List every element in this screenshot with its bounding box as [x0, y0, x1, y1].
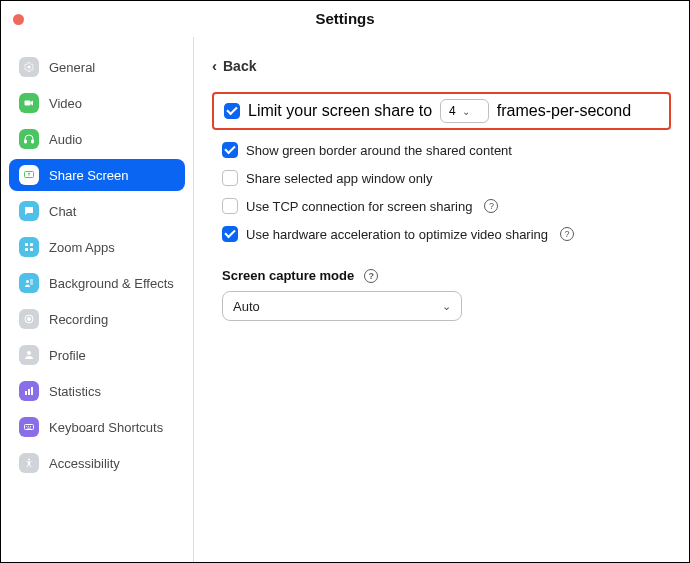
svg-point-11	[27, 317, 31, 321]
window-title: Settings	[315, 10, 374, 27]
app-window-only-row: Share selected app window only	[212, 164, 671, 192]
accessibility-icon	[19, 453, 39, 473]
keyboard-icon	[19, 417, 39, 437]
svg-point-21	[28, 459, 30, 461]
sidebar-item-chat[interactable]: Chat	[9, 195, 185, 227]
hw-accel-label: Use hardware acceleration to optimize vi…	[246, 227, 548, 242]
svg-rect-14	[28, 389, 30, 395]
sidebar-item-label: General	[49, 60, 95, 75]
svg-point-17	[26, 426, 27, 427]
close-window-button[interactable]	[13, 14, 24, 25]
hw-accel-checkbox[interactable]	[222, 226, 238, 242]
svg-rect-20	[27, 428, 31, 429]
sidebar-item-keyboard-shortcuts[interactable]: Keyboard Shortcuts	[9, 411, 185, 443]
limit-fps-label-pre: Limit your screen share to	[248, 102, 432, 120]
svg-point-0	[28, 66, 31, 69]
sidebar-item-label: Background & Effects	[49, 276, 174, 291]
hw-accel-row: Use hardware acceleration to optimize vi…	[212, 220, 671, 248]
help-icon[interactable]: ?	[484, 199, 498, 213]
svg-rect-2	[25, 140, 27, 143]
back-label: Back	[223, 58, 256, 74]
stats-icon	[19, 381, 39, 401]
limit-fps-label-post: frames-per-second	[497, 102, 631, 120]
sidebar-item-label: Video	[49, 96, 82, 111]
svg-point-9	[26, 280, 29, 283]
sidebar-item-label: Recording	[49, 312, 108, 327]
sidebar-item-general[interactable]: General	[9, 51, 185, 83]
limit-fps-checkbox[interactable]	[224, 103, 240, 119]
profile-icon	[19, 345, 39, 365]
green-border-checkbox[interactable]	[222, 142, 238, 158]
capture-mode-label-row: Screen capture mode ?	[222, 268, 671, 283]
chevron-down-icon: ⌄	[442, 300, 451, 313]
green-border-row: Show green border around the shared cont…	[212, 136, 671, 164]
sidebar-item-label: Share Screen	[49, 168, 129, 183]
bg-icon	[19, 273, 39, 293]
headphones-icon	[19, 129, 39, 149]
sidebar-item-profile[interactable]: Profile	[9, 339, 185, 371]
chevron-left-icon: ‹	[212, 57, 217, 74]
gear-icon	[19, 57, 39, 77]
sidebar-item-share-screen[interactable]: Share Screen	[9, 159, 185, 191]
chat-icon	[19, 201, 39, 221]
capture-mode-select[interactable]: Auto ⌄	[222, 291, 462, 321]
chevron-down-icon: ⌄	[462, 106, 470, 117]
sidebar-item-recording[interactable]: Recording	[9, 303, 185, 335]
camera-icon	[19, 93, 39, 113]
svg-rect-1	[25, 101, 31, 106]
sidebar-item-audio[interactable]: Audio	[9, 123, 185, 155]
sidebar-item-video[interactable]: Video	[9, 87, 185, 119]
svg-rect-5	[25, 243, 28, 246]
app-window-only-label: Share selected app window only	[246, 171, 432, 186]
svg-rect-3	[32, 140, 34, 143]
sidebar-item-zoom-apps[interactable]: Zoom Apps	[9, 231, 185, 263]
sidebar-item-label: Accessibility	[49, 456, 120, 471]
help-icon[interactable]: ?	[364, 269, 378, 283]
green-border-label: Show green border around the shared cont…	[246, 143, 512, 158]
fps-value: 4	[449, 104, 456, 118]
capture-mode-value: Auto	[233, 299, 260, 314]
record-icon	[19, 309, 39, 329]
titlebar: Settings	[1, 1, 689, 37]
sidebar-item-label: Statistics	[49, 384, 101, 399]
sidebar-item-label: Chat	[49, 204, 76, 219]
back-button[interactable]: ‹ Back	[212, 53, 256, 92]
sidebar-item-label: Keyboard Shortcuts	[49, 420, 163, 435]
svg-rect-7	[25, 248, 28, 251]
settings-content: ‹ Back Limit your screen share to 4 ⌄ fr…	[194, 37, 689, 562]
sidebar-item-accessibility[interactable]: Accessibility	[9, 447, 185, 479]
tcp-checkbox[interactable]	[222, 198, 238, 214]
svg-point-18	[28, 426, 29, 427]
svg-rect-6	[30, 243, 33, 246]
svg-point-19	[30, 426, 31, 427]
limit-fps-row: Limit your screen share to 4 ⌄ frames-pe…	[212, 92, 671, 130]
sidebar-item-label: Zoom Apps	[49, 240, 115, 255]
capture-mode-label: Screen capture mode	[222, 268, 354, 283]
svg-rect-16	[25, 425, 34, 430]
tcp-row: Use TCP connection for screen sharing ?	[212, 192, 671, 220]
help-icon[interactable]: ?	[560, 227, 574, 241]
settings-window: Settings GeneralVideoAudioShare ScreenCh…	[0, 0, 690, 563]
svg-point-12	[27, 351, 31, 355]
sidebar-item-label: Profile	[49, 348, 86, 363]
svg-rect-8	[30, 248, 33, 251]
share-icon	[19, 165, 39, 185]
svg-rect-15	[31, 387, 33, 395]
sidebar-item-background-effects[interactable]: Background & Effects	[9, 267, 185, 299]
svg-rect-13	[25, 391, 27, 395]
app-window-only-checkbox[interactable]	[222, 170, 238, 186]
apps-icon	[19, 237, 39, 257]
sidebar-item-statistics[interactable]: Statistics	[9, 375, 185, 407]
settings-sidebar: GeneralVideoAudioShare ScreenChatZoom Ap…	[1, 37, 194, 562]
fps-select[interactable]: 4 ⌄	[440, 99, 489, 123]
sidebar-item-label: Audio	[49, 132, 82, 147]
tcp-label: Use TCP connection for screen sharing	[246, 199, 472, 214]
